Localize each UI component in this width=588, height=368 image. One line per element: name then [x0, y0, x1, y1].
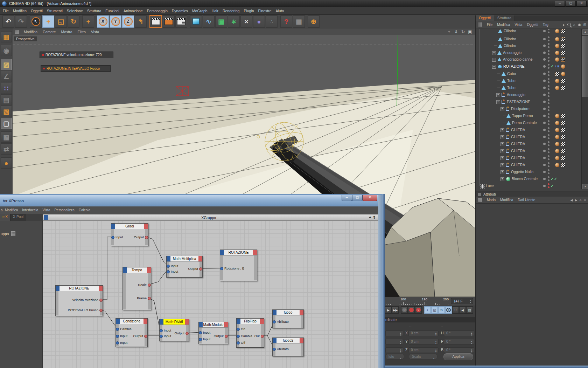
- menu-file[interactable]: File: [3, 9, 9, 13]
- render-dot-icon[interactable]: [548, 165, 550, 167]
- online-globe-icon[interactable]: ⊕: [308, 15, 320, 28]
- edges-mode-icon[interactable]: ▤: [1, 94, 12, 105]
- attr-menu-modo[interactable]: Modo: [487, 198, 496, 202]
- node-inputs-menu-icon[interactable]: [56, 286, 59, 291]
- null-icon[interactable]: [505, 128, 509, 132]
- layer-dot-icon[interactable]: [543, 45, 546, 47]
- xpresso-titlebar[interactable]: tor XPresso ─ ▢ ✕: [0, 195, 382, 206]
- null-icon[interactable]: [501, 100, 505, 104]
- xpresso-maximize-button[interactable]: ▢: [352, 195, 363, 201]
- drag-grip-icon[interactable]: [15, 30, 19, 34]
- render-dot-icon[interactable]: [548, 88, 550, 90]
- cone-icon[interactable]: [497, 57, 502, 61]
- input-port-icon[interactable]: [199, 338, 202, 341]
- object-row-blocco-centrale[interactable]: +Blocco Centrale✓✓: [476, 176, 581, 182]
- render-dot-icon[interactable]: [548, 60, 550, 62]
- lock-x-axis-icon[interactable]: X: [97, 15, 109, 28]
- layer-dot-icon[interactable]: [543, 150, 546, 152]
- layer-dot-icon[interactable]: [543, 38, 546, 40]
- texture-tag-icon[interactable]: [561, 44, 565, 48]
- om-menu-tag[interactable]: Tag: [543, 23, 548, 27]
- input-port-icon[interactable]: [160, 329, 163, 332]
- model-mode-icon[interactable]: ◉: [1, 45, 12, 56]
- vp-menu-mostra[interactable]: Mostra: [61, 30, 72, 34]
- layer-dot-icon[interactable]: [543, 52, 546, 54]
- expander-icon[interactable]: +: [500, 107, 504, 111]
- visibility-dot-icon[interactable]: [548, 57, 550, 59]
- input-port-icon[interactable]: [167, 265, 170, 268]
- texture-tag-icon[interactable]: [561, 79, 565, 83]
- layer-dot-icon[interactable]: [543, 108, 546, 110]
- menu-strumenti[interactable]: Strumenti: [47, 9, 63, 13]
- hud-item[interactable]: ROTAZIONE.velocita rotazione: 720: [40, 52, 113, 58]
- node-outputs-menu-icon[interactable]: [253, 250, 257, 255]
- xpresso-node-canvas[interactable]: GradiInputOutputTempoRealeFrameROTAZIONE…: [43, 221, 378, 368]
- render-dot-icon[interactable]: [548, 137, 550, 139]
- object-row-tappo-perno[interactable]: Tappo Perno: [476, 113, 581, 119]
- hidden-field[interactable]: ▲▼: [385, 339, 403, 345]
- cone-icon[interactable]: [498, 29, 502, 33]
- om-menu-vista[interactable]: Vista: [514, 23, 522, 27]
- menu-plugin[interactable]: Plugin: [244, 9, 254, 13]
- visibility-dot-icon[interactable]: [548, 85, 550, 87]
- visibility-dot-icon[interactable]: [548, 134, 550, 136]
- object-row-luce[interactable]: Luce✓: [476, 183, 581, 189]
- cone-icon[interactable]: [502, 79, 506, 83]
- render-dot-icon[interactable]: [548, 172, 550, 174]
- xpresso-node-gradi[interactable]: GradiInputOutput: [111, 223, 148, 246]
- layer-dot-icon[interactable]: [543, 101, 546, 103]
- node-inputs-menu-icon[interactable]: [273, 338, 276, 343]
- object-tree-scrollbar[interactable]: ▲ ▼: [581, 29, 588, 189]
- menu-dynamics[interactable]: Dynamics: [172, 9, 188, 13]
- pan-view-icon[interactable]: +: [447, 29, 451, 34]
- node-outputs-menu-icon[interactable]: [185, 319, 189, 325]
- null-icon[interactable]: [505, 156, 509, 160]
- motion-clip-button[interactable]: ▤: [466, 306, 473, 314]
- xpresso-node-flipflop[interactable]: FlipFlopOnCambiaOffOut: [236, 318, 264, 348]
- coordinate-mode-dropdown[interactable]: luto▼: [385, 354, 404, 360]
- menu-personaggio[interactable]: Personaggio: [147, 9, 168, 13]
- phong-tag-icon[interactable]: [555, 128, 559, 132]
- object-row-perno-centrale[interactable]: Perno Centrale: [476, 120, 581, 126]
- menu-aiuto[interactable]: Aiuto: [276, 9, 284, 13]
- input-port-icon[interactable]: [199, 331, 202, 334]
- clipped-menu-item[interactable]: a: [1, 208, 3, 212]
- om-menu-modifica[interactable]: Modifica: [497, 23, 510, 27]
- visibility-dot-icon[interactable]: [548, 71, 550, 73]
- visibility-icon[interactable]: ◉: [578, 23, 581, 27]
- layer-dot-icon[interactable]: [543, 178, 546, 180]
- menu-modifica[interactable]: Modifica: [13, 9, 27, 13]
- render-settings-icon[interactable]: [175, 15, 187, 28]
- render-dot-icon[interactable]: [548, 74, 550, 76]
- cone-icon[interactable]: [502, 86, 506, 90]
- render-dot-icon[interactable]: [548, 81, 550, 83]
- xp-menu-vista[interactable]: Vista: [42, 208, 50, 212]
- input-port-icon[interactable]: [237, 335, 240, 338]
- visibility-dot-icon[interactable]: [548, 99, 550, 101]
- enable-axis-mode-icon[interactable]: ▢: [1, 118, 12, 129]
- input-port-icon[interactable]: [273, 320, 276, 323]
- expander-icon[interactable]: −: [492, 65, 496, 69]
- add-spline-icon[interactable]: ∿: [203, 15, 215, 28]
- visibility-dot-icon[interactable]: [548, 169, 550, 171]
- rotation-b-field[interactable]: 0 °▲▼: [444, 347, 474, 353]
- object-row-ghiera[interactable]: +GHIERA: [476, 141, 581, 147]
- visibility-dot-icon[interactable]: [548, 183, 550, 185]
- xp-menu-modifica[interactable]: Modifica: [5, 208, 18, 212]
- texture-axis-mode-icon[interactable]: ▩: [1, 131, 12, 143]
- texture-tag-icon[interactable]: [561, 142, 565, 146]
- move-tool-icon[interactable]: +: [42, 15, 54, 28]
- hud-item[interactable]: ROTAZIONE.INTERVALLO Fuoco: [41, 65, 111, 72]
- input-port-icon[interactable]: [116, 341, 119, 345]
- node-outputs-menu-icon[interactable]: [198, 256, 202, 261]
- attr-menu-dati-utente[interactable]: Dati Utente: [518, 198, 535, 202]
- object-row-ghiera[interactable]: +GHIERA: [476, 134, 581, 140]
- maximize-view-icon[interactable]: ▣: [468, 29, 472, 34]
- xp-tab-e-x[interactable]: e X: [0, 214, 10, 221]
- texture-tag-icon[interactable]: [561, 57, 565, 62]
- texture-mode-icon[interactable]: ▨: [1, 59, 12, 70]
- viewport-filter-icon[interactable]: ●: [1, 157, 12, 169]
- texture-tag-icon[interactable]: [561, 51, 565, 55]
- phong-tag-icon[interactable]: [555, 163, 559, 167]
- add-generator-icon[interactable]: ▣: [215, 15, 227, 28]
